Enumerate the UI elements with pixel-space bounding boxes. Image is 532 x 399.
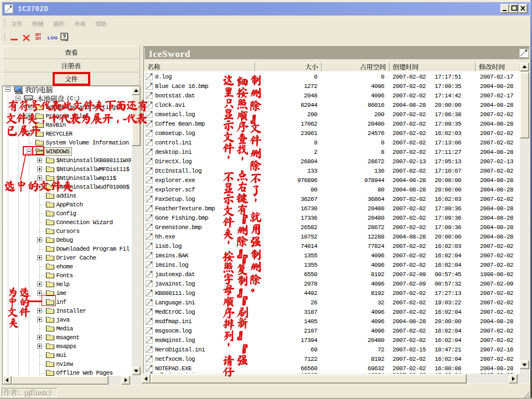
svg-text:?: ? [63,33,66,40]
